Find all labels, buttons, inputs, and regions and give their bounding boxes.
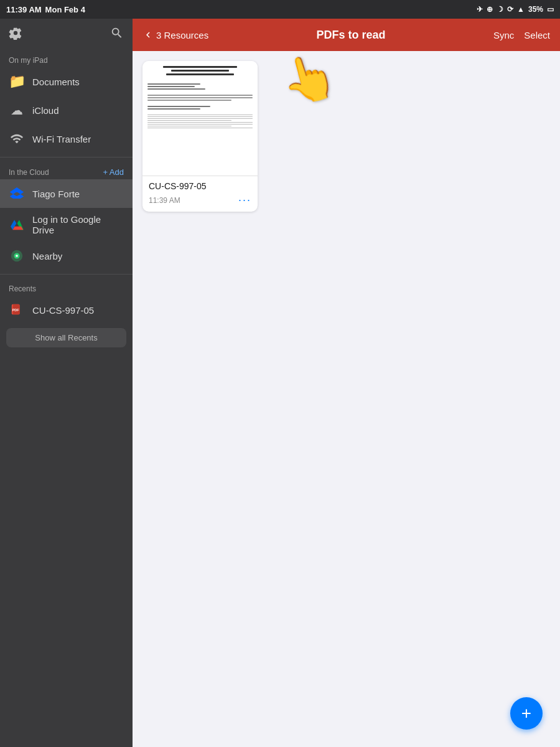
svg-point-2 bbox=[16, 255, 18, 257]
recents-label: Recents bbox=[0, 278, 133, 296]
sync-button[interactable]: Sync bbox=[493, 30, 514, 40]
wifi-status-icon: ⊕ bbox=[487, 5, 493, 14]
battery-label: 35% bbox=[528, 5, 543, 14]
sidebar-item-tiago-forte[interactable]: Tiago Forte bbox=[0, 179, 133, 208]
fab-plus-icon: + bbox=[521, 705, 531, 722]
add-cloud-button[interactable]: + Add bbox=[103, 167, 124, 177]
status-time: 11:39 AM bbox=[6, 5, 42, 14]
dropbox-icon bbox=[9, 186, 25, 202]
more-options-button[interactable]: ··· bbox=[238, 194, 251, 207]
nav-title: PDFs to read bbox=[208, 29, 493, 42]
moon-icon: ☽ bbox=[497, 5, 503, 14]
file-thumbnail bbox=[142, 61, 258, 176]
back-label: 3 Resources bbox=[156, 30, 208, 40]
recent-cu-label: CU-CS-997-05 bbox=[32, 305, 94, 316]
icloud-label: iCloud bbox=[32, 105, 59, 116]
status-right: ✈ ⊕ ☽ ⟳ ▲ 35% ▭ bbox=[477, 5, 554, 14]
content-area: 3 Resources PDFs to read Sync Select bbox=[133, 19, 560, 747]
pdf-preview bbox=[142, 61, 258, 176]
sidebar-divider-1 bbox=[0, 157, 133, 157]
show-all-recents-button[interactable]: Show all Recents bbox=[6, 328, 126, 347]
wifi-icon bbox=[9, 131, 25, 147]
select-button[interactable]: Select bbox=[524, 30, 550, 40]
folder-icon: 📁 bbox=[9, 73, 25, 90]
battery-icon: ▭ bbox=[547, 5, 554, 14]
search-icon[interactable] bbox=[110, 26, 124, 42]
top-nav: 3 Resources PDFs to read Sync Select bbox=[133, 19, 560, 51]
pdf-icon: PDF bbox=[9, 302, 25, 318]
on-my-ipad-label: On my iPad bbox=[0, 50, 133, 67]
svg-text:PDF: PDF bbox=[12, 308, 20, 312]
sidebar-divider-2 bbox=[0, 274, 133, 275]
nearby-icon bbox=[9, 248, 25, 264]
status-left: 11:39 AM Mon Feb 4 bbox=[6, 5, 85, 14]
gdrive-icon bbox=[9, 217, 25, 233]
documents-label: Documents bbox=[32, 77, 80, 87]
lock-icon: ⟳ bbox=[507, 5, 513, 14]
in-cloud-label: In the Cloud bbox=[9, 168, 49, 177]
back-button[interactable]: 3 Resources bbox=[142, 29, 208, 40]
wifi-transfer-label: Wi-Fi Transfer bbox=[32, 134, 91, 144]
sidebar-item-google-drive[interactable]: Log in to Google Drive bbox=[0, 208, 133, 242]
status-bar: 11:39 AM Mon Feb 4 ✈ ⊕ ☽ ⟳ ▲ 35% ▭ bbox=[0, 0, 560, 19]
file-card-info: CU-CS-997-05 11:39 AM ··· bbox=[142, 176, 258, 212]
nearby-label: Nearby bbox=[32, 251, 62, 261]
file-card-footer: 11:39 AM ··· bbox=[149, 194, 251, 207]
file-time: 11:39 AM bbox=[149, 196, 180, 205]
in-cloud-header: In the Cloud + Add bbox=[0, 161, 133, 179]
status-date: Mon Feb 4 bbox=[45, 5, 85, 14]
sidebar-item-documents[interactable]: 📁 Documents bbox=[0, 67, 133, 96]
file-card-cu-cs-997-05[interactable]: CU-CS-997-05 11:39 AM ··· bbox=[142, 61, 258, 212]
sidebar-item-icloud[interactable]: ☁ iCloud bbox=[0, 96, 133, 125]
nav-actions: Sync Select bbox=[493, 30, 550, 40]
signal-icon: ▲ bbox=[517, 5, 525, 14]
icloud-icon: ☁ bbox=[9, 102, 25, 118]
google-drive-label: Log in to Google Drive bbox=[32, 214, 124, 235]
sidebar-item-recent-cu[interactable]: PDF CU-CS-997-05 bbox=[0, 296, 133, 324]
airplane-icon: ✈ bbox=[477, 5, 483, 14]
sidebar-item-nearby[interactable]: Nearby bbox=[0, 242, 133, 270]
file-name: CU-CS-997-05 bbox=[149, 181, 251, 191]
sidebar-item-wifi-transfer[interactable]: Wi-Fi Transfer bbox=[0, 125, 133, 153]
sidebar: On my iPad 📁 Documents ☁ iCloud Wi-Fi Tr… bbox=[0, 19, 133, 747]
sidebar-header bbox=[0, 19, 133, 50]
file-grid: CU-CS-997-05 11:39 AM ··· bbox=[133, 51, 560, 747]
settings-icon[interactable] bbox=[9, 26, 22, 42]
tiago-forte-label: Tiago Forte bbox=[32, 189, 80, 199]
add-fab-button[interactable]: + bbox=[510, 697, 543, 730]
